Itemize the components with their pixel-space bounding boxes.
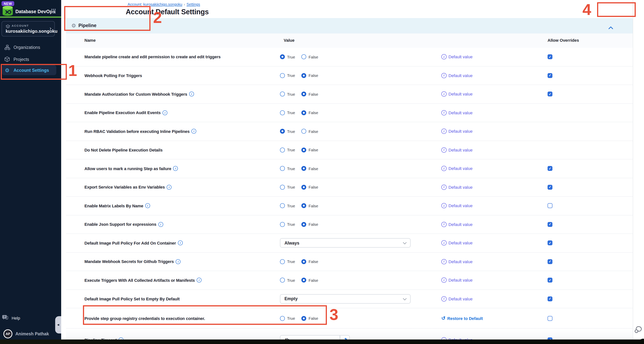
default-value-link[interactable]: iDefault value bbox=[441, 337, 472, 339]
default-value-link[interactable]: iDefault value bbox=[441, 54, 472, 60]
sidebar-item-label: Account Settings bbox=[14, 68, 49, 72]
allow-overrides-checkbox[interactable]: ✓ bbox=[548, 259, 552, 264]
column-header-value: Value bbox=[284, 38, 294, 43]
info-icon[interactable]: i bbox=[189, 92, 194, 97]
value-select[interactable]: Always bbox=[280, 238, 410, 248]
allow-overrides-checkbox[interactable]: ✓ bbox=[548, 222, 552, 227]
breadcrumb-account-link[interactable]: Account: kurosakiichigo.songoku bbox=[128, 2, 182, 7]
radio-option-true[interactable]: True bbox=[280, 73, 295, 78]
radio-option-false[interactable]: False bbox=[301, 129, 318, 134]
radio-option-true[interactable]: True bbox=[280, 259, 295, 264]
allow-overrides-checkbox[interactable] bbox=[548, 316, 552, 321]
radio-option-true[interactable]: True bbox=[280, 129, 295, 134]
info-icon[interactable]: i bbox=[173, 166, 178, 171]
radio-option-false[interactable]: False bbox=[301, 110, 318, 115]
default-value-link[interactable]: iDefault value bbox=[441, 129, 472, 134]
radio-option-false[interactable]: False bbox=[301, 203, 318, 208]
user-name: Animesh Pathak bbox=[16, 331, 49, 336]
default-value-link[interactable]: iDefault value bbox=[441, 166, 472, 171]
value-select[interactable]: Empty bbox=[280, 294, 410, 304]
app-grid-icon[interactable] bbox=[51, 8, 56, 15]
allow-overrides-checkbox[interactable] bbox=[548, 203, 552, 208]
radio-option-false[interactable]: False bbox=[301, 185, 318, 190]
allow-overrides-checkbox[interactable]: ✓ bbox=[548, 185, 552, 190]
restore-to-default-link[interactable]: ↺Restore to Default bbox=[441, 316, 483, 320]
radio-option-false[interactable]: False bbox=[301, 73, 318, 78]
user-menu[interactable]: AP Animesh Pathak bbox=[2, 328, 60, 339]
allow-overrides-checkbox[interactable]: ✓ bbox=[548, 337, 552, 339]
radio-option-false[interactable]: False bbox=[301, 278, 318, 283]
info-icon[interactable]: i bbox=[145, 203, 150, 208]
radio-option-true[interactable]: True bbox=[280, 316, 295, 321]
pin-icon bbox=[342, 337, 347, 339]
radio-label: False bbox=[308, 204, 318, 208]
restore-label: Restore to Default bbox=[447, 316, 483, 320]
radio-option-false[interactable]: False bbox=[301, 316, 318, 321]
default-value-link[interactable]: iDefault value bbox=[441, 147, 472, 153]
radio-icon bbox=[280, 147, 285, 152]
allow-overrides-checkbox[interactable]: ✓ bbox=[548, 278, 552, 283]
radio-icon bbox=[301, 259, 306, 264]
sidebar-item-help[interactable]: ? Help bbox=[2, 313, 56, 323]
info-icon[interactable]: i bbox=[192, 129, 196, 134]
allow-overrides-checkbox[interactable]: ✓ bbox=[548, 241, 552, 246]
account-selector[interactable]: ACCOUNT kurosakiichigo.songoku › bbox=[2, 21, 55, 37]
radio-option-false[interactable]: False bbox=[301, 55, 318, 59]
radio-icon bbox=[301, 203, 306, 208]
radio-option-true[interactable]: True bbox=[280, 185, 295, 190]
radio-label: False bbox=[308, 55, 318, 59]
radio-option-false[interactable]: False bbox=[301, 259, 318, 264]
default-value-link[interactable]: iDefault value bbox=[441, 92, 472, 97]
info-icon[interactable]: i bbox=[178, 241, 183, 246]
feedback-bubbles-icon[interactable] bbox=[634, 326, 642, 335]
info-icon[interactable]: i bbox=[158, 222, 163, 227]
pin-button[interactable] bbox=[340, 335, 350, 339]
default-value-link[interactable]: iDefault value bbox=[441, 278, 472, 283]
default-value-link[interactable]: iDefault value bbox=[441, 110, 472, 115]
radio-option-false[interactable]: False bbox=[301, 166, 318, 171]
default-value-link[interactable]: iDefault value bbox=[441, 203, 472, 209]
default-value-label: Default value bbox=[448, 278, 472, 282]
sidebar-collapse-handle[interactable]: ◀ bbox=[55, 316, 61, 333]
info-icon[interactable]: i bbox=[118, 337, 124, 339]
radio-option-true[interactable]: True bbox=[280, 222, 295, 227]
allow-overrides-checkbox[interactable]: ✓ bbox=[548, 296, 552, 301]
radio-option-false[interactable]: False bbox=[301, 222, 318, 227]
sidebar-item-organizations[interactable]: Organizations bbox=[2, 42, 56, 52]
default-value-link[interactable]: iDefault value bbox=[441, 222, 472, 227]
radio-icon bbox=[301, 166, 306, 171]
allow-overrides-checkbox[interactable]: ✓ bbox=[548, 73, 552, 78]
radio-option-false[interactable]: False bbox=[301, 92, 318, 97]
breadcrumb-settings-link[interactable]: Settings bbox=[186, 2, 200, 7]
pipeline-section-header[interactable]: ⚙ Pipeline bbox=[66, 18, 633, 34]
radio-option-true[interactable]: True bbox=[280, 92, 295, 97]
radio-option-true[interactable]: True bbox=[280, 278, 295, 283]
radio-option-true[interactable]: True bbox=[280, 110, 295, 115]
chevron-up-icon[interactable] bbox=[608, 24, 613, 31]
default-value-link[interactable]: iDefault value bbox=[441, 73, 472, 78]
radio-label: True bbox=[287, 55, 295, 59]
radio-icon bbox=[280, 92, 285, 97]
info-icon[interactable]: i bbox=[162, 110, 168, 115]
radio-option-false[interactable]: False bbox=[301, 147, 318, 152]
default-value-link[interactable]: iDefault value bbox=[441, 259, 472, 264]
default-value-link[interactable]: iDefault value bbox=[441, 296, 472, 301]
setting-name: Mandate Webhook Secrets for Github Trigg… bbox=[84, 259, 174, 264]
info-icon[interactable]: i bbox=[197, 278, 202, 283]
allow-overrides-checkbox[interactable]: ✓ bbox=[548, 166, 552, 171]
info-icon[interactable]: i bbox=[167, 185, 172, 190]
timeout-input[interactable] bbox=[280, 335, 340, 339]
sidebar-item-projects[interactable]: Projects bbox=[2, 54, 56, 64]
default-value-label: Default value bbox=[448, 185, 472, 190]
default-value-link[interactable]: iDefault value bbox=[441, 185, 472, 190]
allow-overrides-checkbox[interactable]: ✓ bbox=[548, 55, 552, 59]
radio-option-true[interactable]: True bbox=[280, 147, 295, 152]
info-icon: i bbox=[441, 147, 446, 153]
radio-option-true[interactable]: True bbox=[280, 166, 295, 171]
info-icon[interactable]: i bbox=[176, 259, 180, 264]
radio-option-true[interactable]: True bbox=[280, 55, 295, 59]
default-value-link[interactable]: iDefault value bbox=[441, 240, 472, 246]
radio-option-true[interactable]: True bbox=[280, 203, 295, 208]
allow-overrides-checkbox[interactable]: ✓ bbox=[548, 92, 552, 97]
sidebar-item-account-settings[interactable]: ⚙ Account Settings bbox=[2, 65, 56, 75]
